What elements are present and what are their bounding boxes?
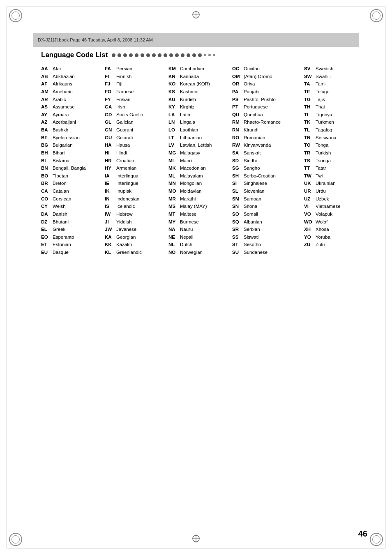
list-item: PAPanjabi [232, 88, 304, 96]
list-item: WOWolof [304, 218, 368, 226]
list-item: XHXhosa [304, 226, 368, 233]
lang-name: Galician [116, 118, 134, 126]
dot-17 [204, 54, 206, 56]
list-item: GUGujarati [105, 134, 168, 142]
list-item: AYAymara [41, 111, 105, 119]
list-item: KOKorean (KOR) [168, 80, 232, 88]
lang-name: Cambodian [180, 65, 204, 73]
lang-name: Greek [53, 226, 65, 233]
lang-code: SH [232, 172, 242, 180]
list-item: BHBihari [41, 149, 105, 157]
lang-name: Macedonian [180, 164, 206, 172]
lang-name: Twi [316, 172, 323, 180]
lang-name: Urdu [316, 187, 326, 195]
list-item: ETEstonian [41, 241, 105, 249]
list-item: STSesotho [232, 241, 304, 249]
dot-16 [198, 53, 202, 57]
lang-name: Tibetan [53, 172, 68, 180]
dot-13 [181, 53, 184, 57]
list-item: OCOccitan [232, 65, 304, 73]
lang-code: BE [41, 134, 51, 142]
lang-name: Corsican [53, 195, 71, 203]
lang-name: Panjabi [244, 88, 259, 96]
lang-column-5: SVSwedishSWSwahiliTATamilTETeluguTGTajik… [304, 65, 368, 256]
lang-name: Icelandic [116, 203, 135, 210]
list-item: KAGeorgian [105, 233, 168, 241]
lang-name: Rumanian [244, 134, 265, 142]
lang-name: Occitan [244, 65, 260, 73]
lang-code: IA [105, 172, 115, 180]
list-item: KNKannada [168, 73, 232, 81]
list-item: MIMaori [168, 157, 232, 165]
list-item: TATamil [304, 80, 368, 88]
list-item: MGMalagasy [168, 149, 232, 157]
list-item: UZUzbek [304, 195, 368, 203]
lang-code: MT [168, 210, 178, 218]
list-item: SDSindhi [232, 157, 304, 165]
language-table: AAAfarABAbkhazianAFAfrikaansAMAmeharicAR… [41, 65, 351, 256]
lang-name: Marathi [180, 195, 196, 203]
list-item: SHSerbo-Croatian [232, 172, 304, 180]
list-item: THThai [304, 103, 368, 111]
lang-name: Bislama [53, 157, 69, 165]
list-item: UKUkrainian [304, 180, 368, 187]
lang-code: RN [232, 126, 242, 134]
dot-18 [208, 54, 211, 56]
lang-code: NA [168, 226, 178, 233]
lang-name: Finnish [116, 73, 131, 81]
section-title-row: Language Code List [41, 51, 351, 59]
list-item: LTLithuanian [168, 134, 232, 142]
lang-name: Maltese [180, 210, 196, 218]
lang-code: MG [168, 149, 178, 157]
lang-code: SI [232, 180, 242, 187]
lang-name: Catalan [53, 187, 69, 195]
lang-code: PS [232, 96, 242, 104]
lang-code: ML [168, 172, 178, 180]
list-item: IKInupiak [105, 187, 168, 195]
list-item: SLSlovenian [232, 187, 304, 195]
list-item: SNShona [232, 203, 304, 210]
lang-name: Byelorussian [53, 134, 80, 142]
lang-name: Afar [53, 65, 61, 73]
list-item: OM(Afan) Oromo [232, 73, 304, 81]
lang-name: Aymara [53, 111, 69, 119]
lang-code: SG [232, 164, 242, 172]
lang-code: TT [304, 164, 314, 172]
lang-column-1: AAAfarABAbkhazianAFAfrikaansAMAmeharicAR… [41, 65, 105, 256]
lang-code: LV [168, 141, 178, 149]
list-item: MRMarathi [168, 195, 232, 203]
corner-mark-top-right [370, 9, 383, 22]
list-item: KMCambodian [168, 65, 232, 73]
lang-code: HA [105, 141, 115, 149]
lang-name: Guarani [116, 126, 133, 134]
list-item: RMRhaeto-Romance [232, 118, 304, 126]
lang-name: Kazakh [116, 241, 132, 249]
list-item: IWHebrew [105, 210, 168, 218]
list-item: AFAfrikaans [41, 80, 105, 88]
list-item: OROriya [232, 80, 304, 88]
lang-name: Norwegian [180, 249, 203, 256]
lang-name: Kirghiz [180, 103, 194, 111]
lang-name: Portuguese [244, 103, 268, 111]
lang-code: OM [232, 73, 242, 81]
lang-name: Yiddish [116, 218, 131, 226]
lang-name: Malagasy [180, 149, 200, 157]
lang-name: Hebrew [116, 210, 133, 218]
lang-name: Siswati [244, 233, 258, 241]
lang-code: MO [168, 187, 178, 195]
lang-name: Hindi [116, 149, 127, 157]
lang-name: Rhaeto-Romance [244, 118, 281, 126]
lang-code: SL [232, 187, 242, 195]
lang-name: Danish [53, 210, 67, 218]
lang-code: BR [41, 180, 51, 187]
lang-code: AA [41, 65, 51, 73]
list-item: ABAbkhazian [41, 73, 105, 81]
lang-code: MN [168, 180, 178, 187]
list-item: TRTurkish [304, 149, 368, 157]
lang-code: KO [168, 80, 178, 88]
lang-code: KM [168, 65, 178, 73]
lang-name: Bashkir [53, 126, 68, 134]
lang-name: Tigrinya [316, 111, 332, 119]
lang-name: (Afan) Oromo [244, 73, 272, 81]
lang-code: RW [232, 141, 242, 149]
